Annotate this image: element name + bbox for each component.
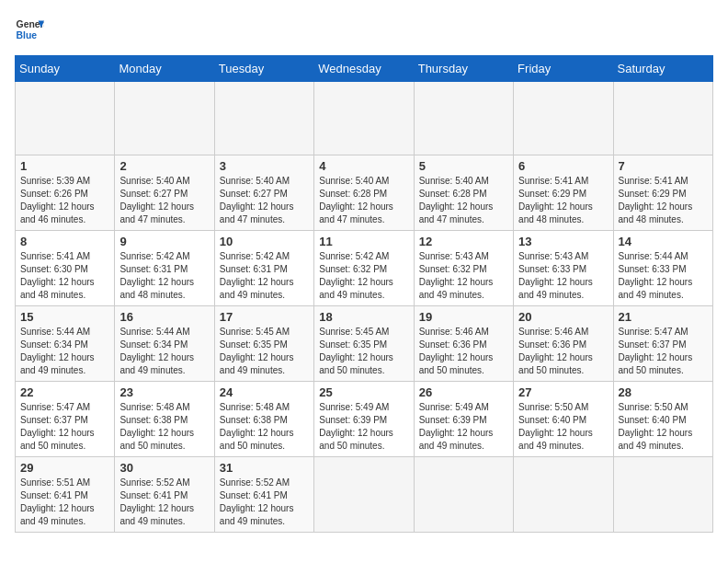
calendar-table: SundayMondayTuesdayWednesdayThursdayFrid… <box>15 55 713 533</box>
calendar-cell <box>314 82 414 155</box>
calendar-cell <box>414 457 513 533</box>
day-number: 20 <box>518 310 608 324</box>
calendar-cell: 24Sunrise: 5:48 AM Sunset: 6:38 PM Dayli… <box>214 382 313 457</box>
day-info: Sunrise: 5:40 AM Sunset: 6:28 PM Dayligh… <box>319 175 408 226</box>
day-info: Sunrise: 5:39 AM Sunset: 6:26 PM Dayligh… <box>20 175 109 226</box>
day-info: Sunrise: 5:43 AM Sunset: 6:32 PM Dayligh… <box>419 250 508 302</box>
calendar-cell: 3Sunrise: 5:40 AM Sunset: 6:27 PM Daylig… <box>214 155 313 231</box>
day-number: 14 <box>619 235 708 248</box>
weekday-header-wednesday: Wednesday <box>314 56 414 82</box>
calendar-cell: 29Sunrise: 5:51 AM Sunset: 6:41 PM Dayli… <box>16 457 115 533</box>
calendar-cell <box>115 82 214 155</box>
calendar-cell <box>214 82 313 155</box>
weekday-header-row: SundayMondayTuesdayWednesdayThursdayFrid… <box>16 56 713 82</box>
calendar-week-row: 15Sunrise: 5:44 AM Sunset: 6:34 PM Dayli… <box>16 306 713 382</box>
weekday-header-saturday: Saturday <box>613 56 712 82</box>
day-number: 21 <box>619 310 708 324</box>
calendar-cell <box>314 457 414 533</box>
calendar-week-row: 29Sunrise: 5:51 AM Sunset: 6:41 PM Dayli… <box>16 457 713 533</box>
calendar-cell: 20Sunrise: 5:46 AM Sunset: 6:36 PM Dayli… <box>514 306 613 382</box>
day-info: Sunrise: 5:44 AM Sunset: 6:34 PM Dayligh… <box>119 326 209 377</box>
weekday-header-sunday: Sunday <box>16 56 115 82</box>
day-number: 26 <box>419 385 508 399</box>
day-number: 5 <box>419 159 508 173</box>
day-number: 12 <box>419 235 508 248</box>
day-info: Sunrise: 5:44 AM Sunset: 6:33 PM Dayligh… <box>619 250 708 302</box>
day-number: 3 <box>220 159 309 173</box>
calendar-week-row: 1Sunrise: 5:39 AM Sunset: 6:26 PM Daylig… <box>16 155 713 231</box>
day-number: 7 <box>619 159 708 173</box>
day-info: Sunrise: 5:40 AM Sunset: 6:27 PM Dayligh… <box>220 175 309 226</box>
calendar-cell: 9Sunrise: 5:42 AM Sunset: 6:31 PM Daylig… <box>115 231 214 306</box>
day-info: Sunrise: 5:48 AM Sunset: 6:38 PM Dayligh… <box>220 401 309 453</box>
calendar-cell: 19Sunrise: 5:46 AM Sunset: 6:36 PM Dayli… <box>414 306 513 382</box>
calendar-cell: 25Sunrise: 5:49 AM Sunset: 6:39 PM Dayli… <box>314 382 414 457</box>
day-info: Sunrise: 5:42 AM Sunset: 6:31 PM Dayligh… <box>119 250 209 302</box>
day-number: 31 <box>220 461 309 475</box>
calendar-cell: 7Sunrise: 5:41 AM Sunset: 6:29 PM Daylig… <box>613 155 712 231</box>
day-info: Sunrise: 5:40 AM Sunset: 6:28 PM Dayligh… <box>419 175 508 226</box>
day-info: Sunrise: 5:46 AM Sunset: 6:36 PM Dayligh… <box>518 326 608 377</box>
calendar-week-row: 8Sunrise: 5:41 AM Sunset: 6:30 PM Daylig… <box>16 231 713 306</box>
calendar-week-row: 22Sunrise: 5:47 AM Sunset: 6:37 PM Dayli… <box>16 382 713 457</box>
weekday-header-monday: Monday <box>115 56 214 82</box>
calendar-cell <box>514 457 613 533</box>
calendar-cell: 13Sunrise: 5:43 AM Sunset: 6:33 PM Dayli… <box>514 231 613 306</box>
calendar-cell: 31Sunrise: 5:52 AM Sunset: 6:41 PM Dayli… <box>214 457 313 533</box>
calendar-cell: 27Sunrise: 5:50 AM Sunset: 6:40 PM Dayli… <box>514 382 613 457</box>
day-number: 15 <box>20 310 109 324</box>
day-number: 24 <box>220 385 309 399</box>
day-info: Sunrise: 5:51 AM Sunset: 6:41 PM Dayligh… <box>20 477 109 528</box>
day-info: Sunrise: 5:42 AM Sunset: 6:32 PM Dayligh… <box>319 250 408 302</box>
calendar-cell <box>514 82 613 155</box>
calendar-cell: 2Sunrise: 5:40 AM Sunset: 6:27 PM Daylig… <box>115 155 214 231</box>
day-number: 22 <box>20 385 109 399</box>
logo: General Blue <box>15 15 44 44</box>
logo-icon: General Blue <box>15 15 44 44</box>
day-info: Sunrise: 5:46 AM Sunset: 6:36 PM Dayligh… <box>419 326 508 377</box>
page-header: General Blue <box>15 15 713 44</box>
day-info: Sunrise: 5:41 AM Sunset: 6:29 PM Dayligh… <box>619 175 708 226</box>
weekday-header-tuesday: Tuesday <box>214 56 313 82</box>
day-info: Sunrise: 5:43 AM Sunset: 6:33 PM Dayligh… <box>518 250 608 302</box>
day-info: Sunrise: 5:49 AM Sunset: 6:39 PM Dayligh… <box>319 401 408 453</box>
calendar-cell: 26Sunrise: 5:49 AM Sunset: 6:39 PM Dayli… <box>414 382 513 457</box>
day-number: 17 <box>220 310 309 324</box>
calendar-cell: 23Sunrise: 5:48 AM Sunset: 6:38 PM Dayli… <box>115 382 214 457</box>
calendar-cell: 10Sunrise: 5:42 AM Sunset: 6:31 PM Dayli… <box>214 231 313 306</box>
day-info: Sunrise: 5:44 AM Sunset: 6:34 PM Dayligh… <box>20 326 109 377</box>
calendar-cell: 18Sunrise: 5:45 AM Sunset: 6:35 PM Dayli… <box>314 306 414 382</box>
calendar-cell: 15Sunrise: 5:44 AM Sunset: 6:34 PM Dayli… <box>16 306 115 382</box>
calendar-cell: 17Sunrise: 5:45 AM Sunset: 6:35 PM Dayli… <box>214 306 313 382</box>
day-number: 6 <box>518 159 608 173</box>
day-info: Sunrise: 5:47 AM Sunset: 6:37 PM Dayligh… <box>20 401 109 453</box>
day-number: 2 <box>119 159 209 173</box>
calendar-cell: 12Sunrise: 5:43 AM Sunset: 6:32 PM Dayli… <box>414 231 513 306</box>
day-info: Sunrise: 5:48 AM Sunset: 6:38 PM Dayligh… <box>119 401 209 453</box>
calendar-cell: 14Sunrise: 5:44 AM Sunset: 6:33 PM Dayli… <box>613 231 712 306</box>
day-info: Sunrise: 5:50 AM Sunset: 6:40 PM Dayligh… <box>518 401 608 453</box>
day-info: Sunrise: 5:45 AM Sunset: 6:35 PM Dayligh… <box>220 326 309 377</box>
day-number: 9 <box>119 235 209 248</box>
day-info: Sunrise: 5:42 AM Sunset: 6:31 PM Dayligh… <box>220 250 309 302</box>
calendar-cell: 5Sunrise: 5:40 AM Sunset: 6:28 PM Daylig… <box>414 155 513 231</box>
day-info: Sunrise: 5:40 AM Sunset: 6:27 PM Dayligh… <box>119 175 209 226</box>
day-number: 1 <box>20 159 109 173</box>
day-info: Sunrise: 5:47 AM Sunset: 6:37 PM Dayligh… <box>619 326 708 377</box>
calendar-cell: 1Sunrise: 5:39 AM Sunset: 6:26 PM Daylig… <box>16 155 115 231</box>
calendar-cell <box>613 457 712 533</box>
calendar-cell <box>414 82 513 155</box>
calendar-cell: 22Sunrise: 5:47 AM Sunset: 6:37 PM Dayli… <box>16 382 115 457</box>
day-info: Sunrise: 5:50 AM Sunset: 6:40 PM Dayligh… <box>619 401 708 453</box>
day-info: Sunrise: 5:49 AM Sunset: 6:39 PM Dayligh… <box>419 401 508 453</box>
day-number: 18 <box>319 310 408 324</box>
day-info: Sunrise: 5:45 AM Sunset: 6:35 PM Dayligh… <box>319 326 408 377</box>
day-number: 11 <box>319 235 408 248</box>
calendar-cell: 28Sunrise: 5:50 AM Sunset: 6:40 PM Dayli… <box>613 382 712 457</box>
calendar-cell: 11Sunrise: 5:42 AM Sunset: 6:32 PM Dayli… <box>314 231 414 306</box>
calendar-week-row <box>16 82 713 155</box>
calendar-cell: 4Sunrise: 5:40 AM Sunset: 6:28 PM Daylig… <box>314 155 414 231</box>
day-number: 28 <box>619 385 708 399</box>
day-number: 8 <box>20 235 109 248</box>
day-number: 30 <box>119 461 209 475</box>
